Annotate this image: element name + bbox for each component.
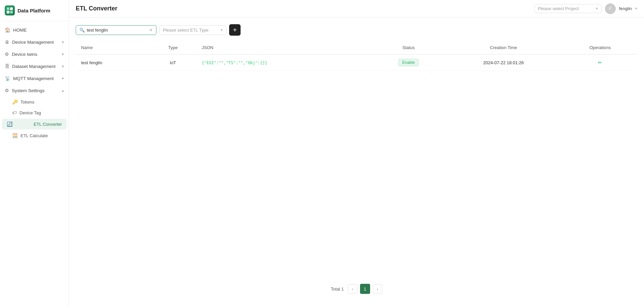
main-area: ETL Converter Please select Project ▾ F … [69, 0, 644, 306]
device-tag-icon: 🏷 [12, 110, 17, 115]
sidebar-item-label: Device twins [12, 52, 37, 57]
sidebar-item-label: HOME [13, 28, 27, 33]
search-input[interactable] [87, 28, 147, 33]
avatar-initials: F [609, 6, 612, 11]
topbar: ETL Converter Please select Project ▾ F … [69, 0, 644, 17]
chevron-up-icon: ▴ [62, 88, 64, 93]
status-badge: Enable [398, 59, 418, 66]
table-row: test fenglin IoT {"EUI":"","TS":"","Obj"… [76, 54, 637, 71]
data-table: Name Type JSON Status Creation Time Oper… [76, 41, 637, 71]
chevron-down-icon: ▾ [221, 28, 223, 32]
content-area: 🔍 ✕ Please select ETL Type ▾ + Name Type… [69, 17, 644, 306]
col-header-json: JSON [196, 41, 373, 54]
toolbar: 🔍 ✕ Please select ETL Type ▾ + [76, 24, 637, 36]
sidebar-item-mqtt-management[interactable]: 📡 MQTT Management ▾ [0, 72, 69, 84]
search-icon: 🔍 [79, 28, 85, 33]
page-title: ETL Converter [76, 5, 117, 12]
cell-name: test fenglin [76, 54, 149, 71]
device-twins-icon: ⚙ [5, 51, 9, 57]
prev-page-button[interactable]: ‹ [348, 284, 357, 294]
etl-type-dropdown[interactable]: Please select ETL Type ▾ [159, 25, 226, 35]
app-title: Data Platform [17, 8, 50, 13]
tokens-icon: 🔑 [12, 99, 18, 105]
sidebar: Data Platform 🏠 HOME 🖥 Device Management… [0, 0, 69, 306]
search-box: 🔍 ✕ [76, 25, 156, 35]
logo-area: Data Platform [0, 0, 69, 21]
sidebar-item-device-management[interactable]: 🖥 Device Management ▾ [0, 36, 69, 48]
pagination-total: Total 1 [331, 286, 344, 292]
chevron-down-icon: ▾ [62, 52, 64, 56]
project-select-text: Please select Project [538, 6, 579, 11]
sidebar-item-etl-converter[interactable]: 🔄 ETL Converter [2, 119, 67, 129]
sidebar-item-device-tag[interactable]: 🏷 Device Tag [0, 107, 69, 118]
sidebar-item-label: Device Management [12, 40, 54, 45]
home-icon: 🏠 [5, 27, 10, 33]
sidebar-item-etl-calculate[interactable]: 🧮 ETL Calculate [0, 130, 69, 141]
cell-json: {"EUI":"","TS":"","Obj":{}} [196, 54, 373, 71]
topbar-right: Please select Project ▾ F fenglin ▾ [534, 3, 637, 14]
sidebar-item-dataset-management[interactable]: 🗄 Dataset Management ▾ [0, 60, 69, 72]
chevron-down-icon: ▾ [62, 76, 64, 81]
table-wrap: Name Type JSON Status Creation Time Oper… [76, 41, 637, 278]
next-page-button[interactable]: › [373, 284, 382, 294]
table-header-row: Name Type JSON Status Creation Time Oper… [76, 41, 637, 54]
chevron-down-icon: ▾ [62, 40, 64, 44]
col-header-creation-time: Creation Time [444, 41, 563, 54]
etl-type-placeholder: Please select ETL Type [163, 28, 209, 33]
project-select-dropdown[interactable]: Please select Project ▾ [534, 4, 602, 13]
mqtt-icon: 📡 [5, 76, 10, 81]
sidebar-item-label: ETL Converter [34, 122, 62, 127]
sidebar-item-label: Tokens [21, 100, 34, 105]
search-clear-icon[interactable]: ✕ [149, 28, 153, 33]
device-mgmt-icon: 🖥 [5, 39, 9, 45]
edit-button[interactable]: ✏ [597, 59, 603, 66]
user-name: fenglin [619, 6, 632, 11]
sidebar-item-device-twins[interactable]: ⚙ Device twins ▾ [0, 48, 69, 60]
chevron-right-icon: › [377, 286, 378, 292]
cell-status: Enable [373, 54, 444, 71]
sidebar-item-label: System Settings [12, 88, 45, 93]
add-button[interactable]: + [229, 24, 241, 36]
chevron-down-icon: ▾ [596, 6, 598, 11]
col-header-status: Status [373, 41, 444, 54]
sidebar-item-label: Dataset Management [12, 64, 56, 69]
sidebar-item-label: MQTT Management [13, 76, 54, 81]
chevron-left-icon: ‹ [352, 286, 353, 292]
logo-icon [5, 5, 15, 15]
plus-icon: + [233, 26, 237, 34]
sidebar-item-tokens[interactable]: 🔑 Tokens [0, 97, 69, 107]
etl-calculate-icon: 🧮 [12, 133, 18, 138]
sidebar-item-home[interactable]: 🏠 HOME [0, 24, 69, 36]
sidebar-item-label: ETL Calculate [21, 133, 48, 138]
json-value: {"EUI":"","TS":"","Obj":{}} [202, 61, 267, 65]
dataset-icon: 🗄 [5, 64, 9, 69]
col-header-type: Type [149, 41, 196, 54]
pagination: Total 1 ‹ 1 › [76, 278, 637, 299]
cell-creation-time: 2024-07-22 18:01:26 [444, 54, 563, 71]
col-header-operations: Operations [563, 41, 637, 54]
sidebar-item-label: Device Tag [20, 110, 41, 115]
sidebar-item-system-settings[interactable]: ⚙ System Settings ▴ [0, 84, 69, 97]
chevron-down-icon: ▾ [62, 64, 64, 69]
col-header-name: Name [76, 41, 149, 54]
etl-converter-icon: 🔄 [7, 121, 12, 127]
cell-operations: ✏ [563, 54, 637, 71]
settings-icon: ⚙ [5, 88, 9, 93]
avatar: F [605, 3, 616, 14]
sidebar-nav: 🏠 HOME 🖥 Device Management ▾ ⚙ Device tw… [0, 21, 69, 306]
page-1-button[interactable]: 1 [360, 284, 370, 294]
user-chevron-icon: ▾ [635, 6, 637, 11]
cell-type: IoT [149, 54, 196, 71]
